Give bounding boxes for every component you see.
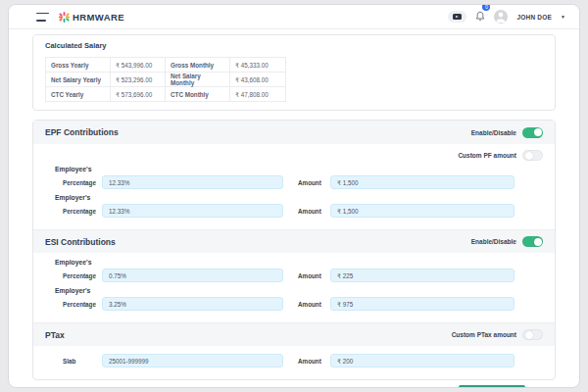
epf-employee-row: Percentage Amount	[45, 175, 543, 189]
epf-employer-percentage-input[interactable]	[102, 204, 283, 218]
custom-ptax-label: Custom PTax amount	[452, 331, 516, 338]
epf-employer-row: Percentage Amount	[45, 204, 543, 218]
brand-star-icon	[59, 12, 70, 23]
salary-label: Net Salary Monthly	[166, 73, 230, 87]
save-button[interactable]: Save	[459, 385, 525, 387]
table-row: CTC Yearly ₹ 573,696.00 CTC Monthly ₹ 47…	[46, 87, 286, 102]
esi-enable-toggle[interactable]	[522, 236, 543, 247]
salary-value: ₹ 43,608.00	[230, 73, 286, 87]
brand-logo[interactable]: HRMWARE	[59, 12, 124, 23]
amount-label: Amount	[298, 272, 330, 279]
salary-summary-table: Gross Yearly ₹ 543,996.00 Gross Monthly …	[45, 57, 286, 102]
footer-actions: Save	[32, 385, 556, 387]
top-navbar: HRMWARE 0 JOHN DOE ▼	[9, 5, 579, 29]
notifications-button[interactable]: 0	[475, 8, 485, 25]
contributions-card: EPF Contributions Enable/Disable Custom …	[32, 120, 556, 380]
hamburger-menu-icon[interactable]	[36, 13, 49, 22]
amount-label: Amount	[298, 358, 330, 365]
percentage-label: Percentage	[63, 272, 102, 279]
esi-employee-amount-input[interactable]	[330, 269, 514, 282]
salary-label: Gross Monthly	[166, 58, 230, 73]
epf-employee-percentage-input[interactable]	[102, 175, 283, 189]
esi-title: ESI Contributions	[45, 237, 116, 247]
epf-title: EPF Contributions	[45, 127, 119, 137]
custom-pf-label: Custom PF amount	[458, 152, 516, 159]
esi-section-header: ESI Contributions Enable/Disable	[33, 229, 555, 253]
salary-value: ₹ 523,296.00	[111, 73, 166, 87]
salary-label: Gross Yearly	[46, 58, 111, 73]
ptax-section-body: Slab Amount	[33, 346, 555, 379]
avatar[interactable]	[494, 10, 508, 24]
custom-pf-toggle[interactable]	[522, 150, 543, 161]
esi-employee-row: Percentage Amount	[45, 269, 543, 282]
epf-employee-heading: Employee's	[55, 166, 543, 172]
ptax-amount-input[interactable]	[330, 354, 514, 368]
salary-value: ₹ 573,696.00	[111, 87, 166, 102]
epf-employer-heading: Employer's	[55, 194, 543, 201]
calculated-salary-card: Calculated Salary Gross Yearly ₹ 543,996…	[32, 34, 556, 111]
salary-value: ₹ 543,996.00	[111, 58, 166, 73]
user-menu[interactable]: JOHN DOE	[516, 14, 552, 21]
ptax-row: Slab Amount	[45, 354, 543, 368]
salary-label: Net Salary Yearly	[46, 73, 111, 87]
esi-employer-heading: Employer's	[55, 287, 543, 294]
ptax-slab-input[interactable]	[102, 354, 283, 368]
epf-employer-amount-input[interactable]	[330, 204, 514, 218]
esi-employer-percentage-input[interactable]	[102, 297, 283, 311]
bell-icon	[475, 11, 485, 22]
salary-label: CTC Yearly	[46, 87, 111, 102]
calculated-salary-title: Calculated Salary	[45, 41, 543, 50]
esi-employer-amount-input[interactable]	[330, 297, 514, 311]
percentage-label: Percentage	[63, 301, 102, 308]
ptax-section-header: PTax Custom PTax amount	[33, 322, 555, 346]
esi-section-body: Employee's Percentage Amount Employer's …	[33, 253, 555, 322]
epf-enable-toggle[interactable]	[522, 127, 543, 138]
esi-enable-label: Enable/Disable	[471, 238, 516, 245]
person-icon	[494, 10, 508, 24]
table-row: Net Salary Yearly ₹ 523,296.00 Net Salar…	[46, 73, 286, 87]
epf-employee-amount-input[interactable]	[330, 175, 514, 189]
esi-employee-percentage-input[interactable]	[102, 269, 283, 282]
slab-label: Slab	[63, 358, 102, 365]
percentage-label: Percentage	[63, 179, 102, 186]
ptax-title: PTax	[45, 330, 65, 340]
percentage-label: Percentage	[63, 208, 102, 215]
amount-label: Amount	[298, 208, 330, 215]
salary-value: ₹ 47,808.00	[230, 87, 286, 102]
epf-section-header: EPF Contributions Enable/Disable	[33, 121, 555, 144]
video-button[interactable]	[448, 11, 466, 23]
salary-label: CTC Monthly	[166, 87, 230, 102]
esi-employer-row: Percentage Amount	[45, 297, 543, 311]
amount-label: Amount	[298, 179, 330, 186]
epf-enable-label: Enable/Disable	[471, 129, 516, 136]
amount-label: Amount	[298, 301, 330, 308]
main-content: Calculated Salary Gross Yearly ₹ 543,996…	[9, 29, 579, 387]
salary-value: ₹ 45,333.00	[230, 58, 286, 73]
video-icon	[453, 14, 462, 20]
app-window: HRMWARE 0 JOHN DOE ▼	[8, 4, 580, 388]
esi-employee-heading: Employee's	[55, 259, 543, 266]
epf-section-body: Custom PF amount Employee's Percentage A…	[33, 144, 555, 229]
custom-ptax-toggle[interactable]	[522, 329, 543, 340]
table-row: Gross Yearly ₹ 543,996.00 Gross Monthly …	[46, 58, 286, 73]
brand-name: HRMWARE	[73, 12, 124, 23]
notification-badge: 0	[482, 4, 490, 11]
chevron-down-icon: ▼	[561, 14, 565, 20]
